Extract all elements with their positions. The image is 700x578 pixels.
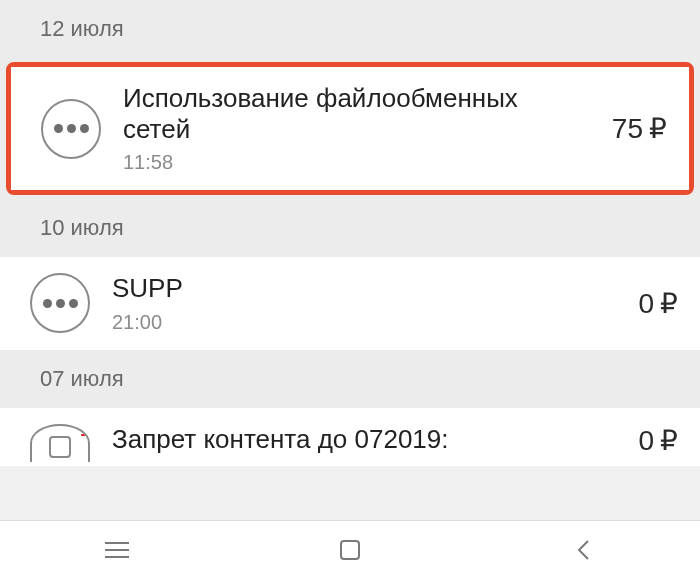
transaction-amount: 0₽ [638, 287, 678, 320]
transaction-row[interactable]: 1 Запрет контента до 072019: 0₽ [0, 408, 700, 466]
transaction-body: SUPP 21:00 [112, 273, 616, 333]
date-header: 12 июля [0, 0, 700, 58]
app-icon: 1 [30, 424, 90, 462]
more-icon [30, 273, 90, 333]
date-header: 10 июля [0, 199, 700, 257]
currency-symbol: ₽ [660, 424, 678, 457]
more-icon [41, 99, 101, 159]
date-header: 07 июля [0, 350, 700, 408]
transaction-title: Запрет контента до 072019: [112, 424, 616, 455]
transaction-body: Использование файлообменных сетей 11:58 [123, 83, 590, 174]
home-button[interactable] [337, 537, 363, 563]
transaction-row[interactable]: SUPP 21:00 0₽ [0, 257, 700, 349]
menu-icon [105, 542, 129, 558]
badge-count: 1 [80, 424, 90, 441]
recent-apps-button[interactable] [104, 537, 130, 563]
currency-symbol: ₽ [660, 287, 678, 320]
item-highlight-frame: Использование файлообменных сетей 11:58 … [0, 58, 700, 199]
transaction-body: Запрет контента до 072019: [112, 424, 616, 455]
android-nav-bar [0, 520, 700, 578]
square-icon [340, 540, 360, 560]
transaction-time: 21:00 [112, 311, 616, 334]
transaction-title: Использование файлообменных сетей [123, 83, 590, 145]
transaction-time: 11:58 [123, 151, 590, 174]
transaction-amount: 75₽ [612, 112, 667, 145]
back-button[interactable] [570, 537, 596, 563]
currency-symbol: ₽ [649, 112, 667, 145]
transaction-list: 12 июля Использование файлообменных сете… [0, 0, 700, 520]
transaction-row[interactable]: Использование файлообменных сетей 11:58 … [11, 67, 689, 190]
transaction-amount: 0₽ [638, 424, 678, 457]
chevron-left-icon [576, 539, 590, 561]
transaction-title: SUPP [112, 273, 616, 304]
